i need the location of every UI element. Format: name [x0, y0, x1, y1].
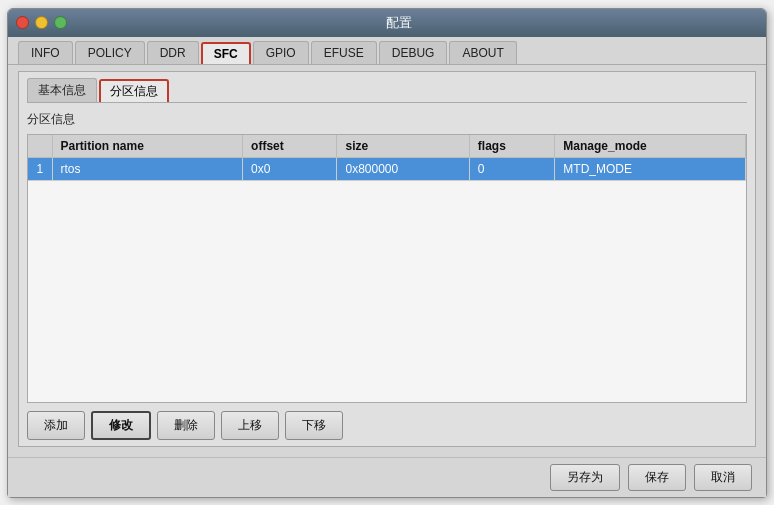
main-tab-bar: INFO POLICY DDR SFC GPIO EFUSE DEBUG ABO…: [8, 41, 766, 65]
main-window: 配置 INFO POLICY DDR SFC GPIO EFUSE DEBUG …: [7, 8, 767, 498]
cancel-button[interactable]: 取消: [694, 464, 752, 491]
col-num: [28, 135, 52, 158]
content-area: INFO POLICY DDR SFC GPIO EFUSE DEBUG ABO…: [8, 37, 766, 457]
maximize-button[interactable]: [54, 16, 67, 29]
tab-debug[interactable]: DEBUG: [379, 41, 448, 64]
minimize-button[interactable]: [35, 16, 48, 29]
sub-tab-bar: 基本信息 分区信息: [27, 78, 747, 103]
tab-policy[interactable]: POLICY: [75, 41, 145, 64]
subtab-basic[interactable]: 基本信息: [27, 78, 97, 102]
cell-size: 0x800000: [337, 157, 469, 180]
titlebar: 配置: [8, 9, 766, 37]
col-partition-name: Partition name: [52, 135, 243, 158]
partition-table: Partition name offset size flags Manage_…: [28, 135, 746, 181]
move-up-button[interactable]: 上移: [221, 411, 279, 440]
modify-button[interactable]: 修改: [91, 411, 151, 440]
cell-flags: 0: [469, 157, 555, 180]
tab-efuse[interactable]: EFUSE: [311, 41, 377, 64]
cell-manage-mode: MTD_MODE: [555, 157, 746, 180]
table-header-row: Partition name offset size flags Manage_…: [28, 135, 746, 158]
action-buttons: 添加 修改 删除 上移 下移: [27, 411, 747, 440]
save-as-button[interactable]: 另存为: [550, 464, 620, 491]
table-row[interactable]: 1 rtos 0x0 0x800000 0 MTD_MODE: [28, 157, 746, 180]
subtab-partition[interactable]: 分区信息: [99, 79, 169, 102]
inner-area: 基本信息 分区信息 分区信息 Partition name offset siz…: [18, 71, 756, 447]
col-flags: flags: [469, 135, 555, 158]
tab-ddr[interactable]: DDR: [147, 41, 199, 64]
tab-about[interactable]: ABOUT: [449, 41, 516, 64]
cell-num: 1: [28, 157, 52, 180]
close-button[interactable]: [16, 16, 29, 29]
delete-button[interactable]: 删除: [157, 411, 215, 440]
partition-table-container[interactable]: Partition name offset size flags Manage_…: [27, 134, 747, 403]
window-title: 配置: [79, 14, 718, 32]
cell-offset: 0x0: [243, 157, 337, 180]
tab-gpio[interactable]: GPIO: [253, 41, 309, 64]
tab-sfc[interactable]: SFC: [201, 42, 251, 64]
save-button[interactable]: 保存: [628, 464, 686, 491]
col-size: size: [337, 135, 469, 158]
col-manage-mode: Manage_mode: [555, 135, 746, 158]
tab-info[interactable]: INFO: [18, 41, 73, 64]
footer: 另存为 保存 取消: [8, 457, 766, 497]
section-title: 分区信息: [27, 111, 747, 128]
col-offset: offset: [243, 135, 337, 158]
cell-partition-name: rtos: [52, 157, 243, 180]
move-down-button[interactable]: 下移: [285, 411, 343, 440]
add-button[interactable]: 添加: [27, 411, 85, 440]
